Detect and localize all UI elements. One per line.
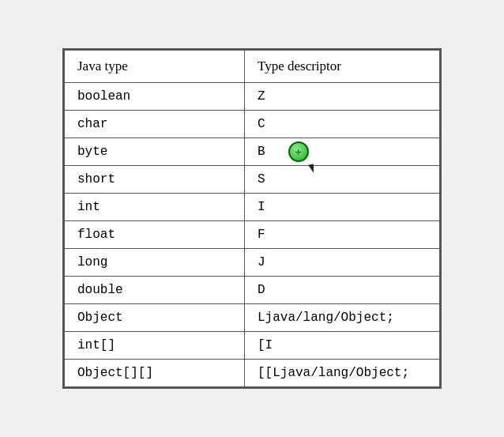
descriptor-cell: [[Ljava/lang/Object; [245, 360, 440, 387]
table-header-row: Java type Type descriptor [65, 51, 440, 83]
descriptor-cell: F [245, 221, 440, 249]
descriptor-value: B [258, 145, 265, 159]
green-dot-icon: ✛ [288, 141, 309, 162]
descriptor-value: D [258, 283, 265, 297]
table-row: doubleD [65, 277, 440, 304]
descriptor-cell: J [245, 249, 440, 277]
java-type-cell: boolean [65, 83, 245, 111]
java-type-cell: int [65, 194, 245, 221]
java-type-cell: Object [65, 304, 245, 332]
java-type-cell: long [65, 249, 245, 277]
descriptor-cell: S [245, 166, 440, 194]
java-type-cell: int[] [65, 332, 245, 360]
col-java-type-header: Java type [65, 51, 245, 83]
main-table-container: Java type Type descriptor booleanZcharCb… [62, 48, 442, 389]
col-descriptor-header: Type descriptor [245, 51, 440, 83]
descriptor-value: C [258, 117, 265, 131]
java-type-cell: Object[][] [65, 360, 245, 387]
java-type-cell: short [65, 166, 245, 194]
table-body: booleanZcharCbyteB✛shortSintIfloatFlongJ… [65, 83, 440, 387]
descriptor-value: [I [258, 338, 273, 352]
descriptor-value: I [258, 200, 265, 214]
table-row: ObjectLjava/lang/Object; [65, 304, 440, 332]
java-type-cell: byte [65, 138, 245, 166]
descriptor-value: [[Ljava/lang/Object; [258, 366, 409, 380]
table-row: int[][I [65, 332, 440, 360]
table-row: booleanZ [65, 83, 440, 111]
descriptor-cell: C [245, 111, 440, 138]
table-row: shortS [65, 166, 440, 194]
descriptor-cell: B✛ [245, 138, 440, 166]
table-row: Object[][][[Ljava/lang/Object; [65, 360, 440, 387]
descriptor-cell: I [245, 194, 440, 221]
table-row: charC [65, 111, 440, 138]
cursor-overlay: ✛ [288, 141, 309, 166]
descriptor-value: Z [258, 89, 265, 104]
descriptor-cell: D [245, 277, 440, 304]
table-row: longJ [65, 249, 440, 277]
descriptor-value: F [258, 228, 265, 242]
table-row: floatF [65, 221, 440, 249]
descriptor-cell: Z [245, 83, 440, 111]
descriptor-value: J [258, 255, 265, 269]
descriptor-value: S [258, 172, 265, 186]
table-row: intI [65, 194, 440, 221]
descriptor-cell: [I [245, 332, 440, 360]
table-row: byteB✛ [65, 138, 440, 166]
java-type-table: Java type Type descriptor booleanZcharCb… [64, 50, 440, 387]
descriptor-value: Ljava/lang/Object; [258, 311, 394, 325]
descriptor-cell: Ljava/lang/Object; [245, 304, 440, 332]
java-type-cell: double [65, 277, 245, 304]
java-type-cell: float [65, 221, 245, 249]
java-type-cell: char [65, 111, 245, 138]
